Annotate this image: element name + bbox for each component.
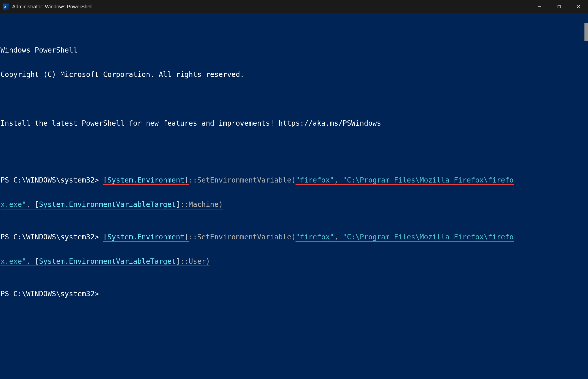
- maximize-icon: [557, 5, 561, 9]
- comma: ,: [26, 257, 35, 266]
- comma: ,: [26, 200, 35, 209]
- method-call: ::SetEnvironmentVariable(: [189, 176, 296, 184]
- bracket: ]: [176, 257, 180, 266]
- string-arg: "C:\Program Files\Mozilla Firefox\firefo: [343, 233, 514, 241]
- minimize-button[interactable]: [530, 0, 549, 13]
- string-arg: x.exe": [1, 257, 26, 266]
- powershell-icon: ≥_: [3, 3, 9, 10]
- command-line-1b: x.exe", [System.EnvironmentVariableTarge…: [1, 201, 588, 209]
- bracket: ]: [184, 233, 189, 241]
- string-arg: "firefox": [296, 176, 334, 184]
- close-button[interactable]: [569, 0, 588, 13]
- scope: ::Machine): [180, 200, 223, 209]
- comma: ,: [334, 176, 343, 184]
- scrollbar[interactable]: [582, 13, 588, 379]
- bracket: [: [35, 257, 39, 266]
- command-line-2a: PS C:\WINDOWS\system32> [System.Environm…: [1, 233, 588, 241]
- close-icon: [576, 4, 581, 9]
- scope: ::User): [180, 257, 210, 266]
- prompt: PS C:\WINDOWS\system32>: [1, 290, 103, 298]
- powershell-window: ≥_ Administrator: Windows PowerShell Win…: [0, 0, 588, 379]
- command-line-2b: x.exe", [System.EnvironmentVariableTarge…: [1, 257, 588, 266]
- command-line-1a: PS C:\WINDOWS\system32> [System.Environm…: [1, 176, 588, 184]
- prompt: PS C:\WINDOWS\system32>: [1, 176, 103, 184]
- method-call: ::SetEnvironmentVariable(: [189, 233, 296, 241]
- bracket: ]: [176, 200, 180, 209]
- banner-line: Copyright (C) Microsoft Corporation. All…: [1, 71, 588, 79]
- bracket: [: [103, 233, 108, 241]
- minimize-icon: [538, 5, 542, 9]
- svg-rect-1: [558, 5, 560, 8]
- type-name: System.EnvironmentVariableTarget: [39, 200, 176, 209]
- comma: ,: [334, 233, 343, 241]
- type-name: System.Environment: [107, 176, 184, 184]
- blank-line: [1, 144, 588, 152]
- banner-line: Windows PowerShell: [1, 46, 588, 54]
- prompt-line: PS C:\WINDOWS\system32>: [1, 290, 588, 298]
- string-arg: x.exe": [1, 200, 26, 209]
- scrollbar-thumb[interactable]: [584, 23, 588, 41]
- terminal-area[interactable]: Windows PowerShell Copyright (C) Microso…: [0, 13, 588, 379]
- titlebar[interactable]: ≥_ Administrator: Windows PowerShell: [0, 0, 588, 13]
- type-name: System.Environment: [107, 233, 184, 241]
- type-name: System.EnvironmentVariableTarget: [39, 257, 176, 266]
- terminal-content: Windows PowerShell Copyright (C) Microso…: [1, 30, 588, 314]
- string-arg: "firefox": [296, 233, 334, 241]
- prompt: PS C:\WINDOWS\system32>: [1, 233, 103, 241]
- bracket: [: [35, 200, 39, 209]
- string-arg: "C:\Program Files\Mozilla Firefox\firefo: [343, 176, 514, 184]
- window-title: Administrator: Windows PowerShell: [12, 4, 530, 10]
- blank-line: [1, 95, 588, 103]
- bracket: [: [103, 176, 108, 184]
- bracket: ]: [184, 176, 189, 184]
- maximize-button[interactable]: [549, 0, 569, 13]
- window-controls: [530, 0, 588, 13]
- install-hint: Install the latest PowerShell for new fe…: [1, 119, 588, 127]
